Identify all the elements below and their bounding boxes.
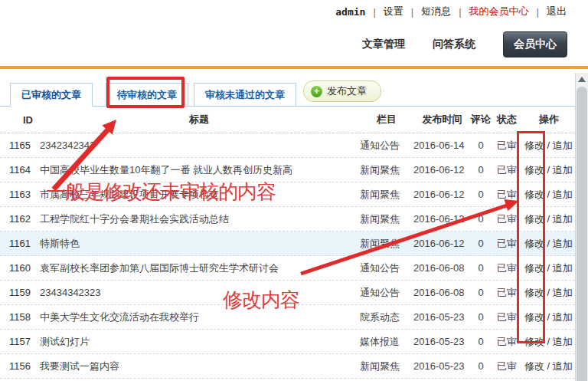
append-link[interactable]: 追加 xyxy=(553,238,573,249)
article-date: 2016-06-14 xyxy=(413,140,471,151)
separator: | xyxy=(459,6,461,18)
article-id: 1164 xyxy=(0,164,38,176)
table-row: 1156 我要测试一篇内容 新闻聚焦 2016-05-23 0 已审 修改 / … xyxy=(0,354,575,379)
separator: | xyxy=(537,6,539,18)
edit-link[interactable]: 修改 xyxy=(524,262,544,274)
article-date: 2016-05-23 xyxy=(413,336,471,347)
article-actions: 修改 / 追加 xyxy=(523,139,575,153)
article-status: 已审 xyxy=(491,286,523,300)
table-row: 1163 市属高校三年规划建设项目开展专项检查 新闻聚焦 2016-06-12 … xyxy=(0,182,575,207)
main-nav: 文章管理 问答系统 会员中心 xyxy=(0,23,588,69)
article-category: 通知公告 xyxy=(360,139,413,153)
append-link[interactable]: 追加 xyxy=(553,262,573,274)
action-separator: / xyxy=(544,238,553,249)
article-id: 1158 xyxy=(0,311,38,323)
article-status: 已审 xyxy=(491,212,523,226)
article-actions: 修改 / 追加 xyxy=(523,163,575,177)
article-title-link[interactable]: 23434342323 xyxy=(38,287,360,298)
table-body: 1165 2342342343 通知公告 2016-06-14 0 已审 修改 … xyxy=(0,133,575,381)
nav-qa-system[interactable]: 问答系统 xyxy=(433,38,475,51)
tab-approved-articles[interactable]: 已审核的文章 xyxy=(10,83,93,107)
article-id: 1165 xyxy=(0,140,38,151)
article-comments-count: 0 xyxy=(471,287,491,298)
tab-pending-articles[interactable]: 待审核的文章 xyxy=(106,83,188,107)
edit-link[interactable]: 修改 xyxy=(524,238,544,249)
article-category: 通知公告 xyxy=(360,261,413,275)
article-actions: 修改 / 追加 xyxy=(523,212,575,226)
article-title-link[interactable]: 中国高校毕业生数量10年翻了一番 就业人数再创历史新高 xyxy=(38,163,360,177)
messages-link[interactable]: 短消息 xyxy=(421,5,451,18)
article-category: 院系动态 xyxy=(360,310,413,324)
edit-link[interactable]: 修改 xyxy=(524,336,544,347)
article-comments-count: 0 xyxy=(471,360,491,372)
edit-link[interactable]: 修改 xyxy=(524,140,544,151)
article-category: 新闻聚焦 xyxy=(360,237,413,251)
edit-link[interactable]: 修改 xyxy=(524,164,544,176)
tab-rejected-articles[interactable]: 审核未通过的文章 xyxy=(194,83,296,107)
publish-article-label: 发布文章 xyxy=(327,84,367,98)
edit-link[interactable]: 修改 xyxy=(524,360,544,372)
logout-link[interactable]: 退出 xyxy=(547,5,567,18)
article-id: 1159 xyxy=(0,287,38,298)
col-header-actions: 操作 xyxy=(523,113,575,126)
article-actions: 修改 / 追加 xyxy=(523,261,575,275)
settings-link[interactable]: 设置 xyxy=(384,5,403,18)
article-actions: 修改 / 追加 xyxy=(523,237,575,251)
article-status: 已审 xyxy=(491,139,523,153)
table-row: 1159 23434342323 通知公告 2016-06-08 0 已审 修改… xyxy=(0,281,575,305)
article-category: 新闻聚焦 xyxy=(360,188,413,202)
append-link[interactable]: 追加 xyxy=(553,360,573,372)
edit-link[interactable]: 修改 xyxy=(524,287,544,298)
nav-article-management[interactable]: 文章管理 xyxy=(362,38,405,51)
plus-icon: + xyxy=(311,86,322,97)
article-date: 2016-05-23 xyxy=(413,360,471,372)
append-link[interactable]: 追加 xyxy=(553,164,573,176)
table-row: 1161 特斯特色 新闻聚焦 2016-06-12 0 已审 修改 / 追加 xyxy=(0,232,575,256)
publish-article-button[interactable]: + 发布文章 xyxy=(303,80,381,102)
article-title-link[interactable]: 我要测试一篇内容 xyxy=(38,360,360,373)
article-comments-count: 0 xyxy=(471,311,491,323)
article-title-link[interactable]: 中美大学生文化交流活动在我校举行 xyxy=(38,310,360,324)
article-id: 1157 xyxy=(0,336,38,347)
article-category: 新闻聚焦 xyxy=(360,212,413,226)
nav-member-center-active[interactable]: 会员中心 xyxy=(503,31,567,57)
article-date: 2016-06-12 xyxy=(413,189,471,200)
my-member-center-link[interactable]: 我的会员中心 xyxy=(469,5,529,18)
append-link[interactable]: 追加 xyxy=(553,336,573,347)
article-status: 已审 xyxy=(491,310,523,324)
append-link[interactable]: 追加 xyxy=(553,189,573,200)
article-date: 2016-06-08 xyxy=(413,262,471,274)
article-date: 2016-06-12 xyxy=(413,238,471,249)
append-link[interactable]: 追加 xyxy=(553,140,573,151)
article-title-link[interactable]: 2342342343 xyxy=(38,140,360,151)
action-separator: / xyxy=(544,287,553,298)
article-status: 已审 xyxy=(491,335,523,349)
append-link[interactable]: 追加 xyxy=(553,213,573,225)
vertical-scrollbar[interactable] xyxy=(575,73,588,381)
scroll-up-button[interactable] xyxy=(576,73,588,86)
table-row: 1160 袁军副校长率团参加第八届国际博士研究生学术研讨会 通知公告 2016-… xyxy=(0,256,575,281)
article-category: 媒体报道 xyxy=(360,335,413,349)
article-title-link[interactable]: 市属高校三年规划建设项目开展专项检查 xyxy=(38,188,360,202)
edit-link[interactable]: 修改 xyxy=(524,311,544,323)
article-title-link[interactable]: 袁军副校长率团参加第八届国际博士研究生学术研讨会 xyxy=(38,261,360,275)
action-separator: / xyxy=(544,262,553,274)
separator: | xyxy=(373,6,375,18)
article-title-link[interactable]: 工程学院红十字分会暑期社会实践活动总结 xyxy=(38,212,360,226)
article-status: 已审 xyxy=(491,188,523,202)
append-link[interactable]: 追加 xyxy=(553,287,573,298)
append-link[interactable]: 追加 xyxy=(553,311,573,323)
scrollbar-thumb[interactable] xyxy=(577,87,587,381)
table-row: 1157 测试幻灯片 媒体报道 2016-05-23 0 已审 修改 / 追加 xyxy=(0,330,575,354)
article-title-link[interactable]: 测试幻灯片 xyxy=(38,335,360,349)
article-actions: 修改 / 追加 xyxy=(523,286,575,300)
action-separator: / xyxy=(544,311,553,323)
article-category: 通知公告 xyxy=(360,286,413,300)
username: admin xyxy=(335,6,365,18)
article-status: 已审 xyxy=(491,163,523,177)
edit-link[interactable]: 修改 xyxy=(524,213,544,225)
article-title-link[interactable]: 特斯特色 xyxy=(38,237,360,251)
article-date: 2016-06-08 xyxy=(413,287,471,298)
table-row: 1162 工程学院红十字分会暑期社会实践活动总结 新闻聚焦 2016-06-12… xyxy=(0,207,575,232)
edit-link[interactable]: 修改 xyxy=(524,189,544,200)
